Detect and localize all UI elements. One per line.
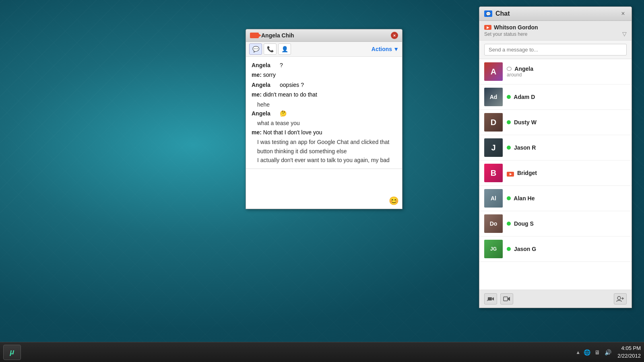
taskbar-start-button[interactable]: μ — [3, 345, 21, 360]
panel-bottom-icons — [484, 293, 513, 304]
contact-avatar-jasonr: J — [484, 138, 503, 157]
online-indicator — [507, 247, 511, 251]
chat-window-title: Angela Chih — [250, 32, 294, 39]
contact-info-jasong: Jason G — [507, 246, 627, 252]
message-text: 🤔 — [272, 110, 287, 117]
online-indicator — [507, 146, 511, 150]
panel-title-text: Chat — [495, 10, 510, 17]
chat-input[interactable] — [248, 171, 400, 204]
message-sender: Angela — [252, 110, 270, 117]
contact-info-bridget: ▶ Bridget — [507, 170, 627, 177]
online-indicator — [507, 95, 511, 99]
contact-avatar-doug: Do — [484, 214, 503, 233]
online-indicator — [507, 120, 511, 124]
online-indicator — [507, 196, 511, 200]
contact-info-jasonr: Jason R — [507, 144, 627, 151]
contact-avatar-dusty: D — [484, 113, 503, 132]
clock-date: 2/22/2012 — [617, 352, 641, 360]
contact-item-doug[interactable]: Do Doug S — [479, 211, 632, 237]
tray-network-icon: 🌐 — [583, 348, 591, 356]
panel-user-section: ▶ Whitson Gordon ▽ — [479, 21, 632, 41]
contact-item-dusty[interactable]: D Dusty W — [479, 110, 632, 135]
taskbar: μ ▲ 🌐 🖥 🔊 4:05 PM 2/22/2012 — [0, 342, 644, 362]
panel-close-button[interactable]: × — [619, 10, 627, 17]
chat-toolbar: 💬 📞 👤 Actions ▼ — [246, 42, 402, 57]
taskbar-tray: ▲ 🌐 🖥 🔊 4:05 PM 2/22/2012 — [576, 345, 641, 359]
message-text: oopsies ? — [272, 82, 304, 88]
message-text: Not that I don't love you — [263, 129, 322, 136]
start-icon: μ — [10, 348, 14, 356]
emoji-button[interactable]: 😊 — [389, 196, 399, 206]
message-indent: hehe — [252, 100, 396, 109]
chat-toolbar-phone-button[interactable]: 📞 — [264, 43, 277, 55]
message-search-input[interactable] — [484, 44, 627, 56]
contact-avatar-adam: Ad — [484, 88, 503, 106]
contact-status: around — [507, 72, 627, 78]
taskbar-clock: 4:05 PM 2/22/2012 — [617, 345, 641, 359]
message-indent: what a tease you — [252, 119, 396, 128]
contacts-list: A Angela around Ad Adam D — [479, 59, 632, 290]
status-dropdown-arrow[interactable]: ▽ — [622, 31, 627, 37]
contact-item-alan[interactable]: Al Alan He — [479, 186, 632, 211]
svg-marker-1 — [492, 297, 494, 300]
contact-item-jasong[interactable]: JG Jason G — [479, 237, 632, 262]
contact-info-adam: Adam D — [507, 94, 627, 100]
chat-panel: 💬 Chat × ▶ Whitson Gordon ▽ A Angela — [479, 6, 632, 308]
message-sender: Angela — [252, 82, 270, 88]
panel-username: ▶ Whitson Gordon — [484, 24, 627, 31]
chat-window-contact-name: Angela Chih — [261, 32, 294, 39]
bottom-video-button[interactable] — [500, 293, 513, 304]
message-text: ? — [272, 62, 283, 68]
panel-video-icon: ▶ — [484, 25, 491, 30]
chat-messages-area: Angela ? me: sorry Angela oopsies ? me: … — [246, 57, 402, 169]
contact-info-alan: Alan He — [507, 195, 627, 202]
bottom-call-button[interactable] — [484, 293, 497, 304]
chat-toolbar-actions-button[interactable]: Actions ▼ — [372, 46, 399, 52]
svg-marker-4 — [508, 297, 510, 301]
tray-display-icon: 🖥 — [593, 348, 601, 356]
message-text: sorry — [263, 72, 276, 78]
svg-rect-0 — [488, 297, 492, 300]
message-sender: Angela — [252, 62, 270, 68]
status-bubble-icon — [507, 67, 512, 71]
panel-title: 💬 Chat — [484, 10, 510, 17]
message-sender-me: me: — [252, 72, 263, 78]
video-icon: ▶ — [507, 172, 514, 177]
contact-avatar-jasong: JG — [484, 240, 503, 258]
panel-bottom-bar — [479, 290, 632, 308]
tray-arrow[interactable]: ▲ — [576, 350, 580, 355]
status-row: ▽ — [484, 31, 627, 37]
contact-item-bridget[interactable]: B ▶ Bridget — [479, 160, 632, 186]
message-indent: I was testing an app for Google Chat and… — [252, 138, 396, 156]
bottom-add-contact-button[interactable] — [614, 293, 627, 304]
chat-window-close-button[interactable]: × — [391, 32, 398, 39]
angela-chat-window: Angela Chih × 💬 📞 👤 Actions ▼ Angela ? m… — [246, 29, 402, 209]
panel-search-section — [479, 41, 632, 59]
chat-toolbar-adduser-button[interactable]: 👤 — [278, 43, 291, 55]
message-line: me: didn't mean to do that — [252, 90, 396, 99]
message-line: Angela oopsies ? — [252, 80, 396, 89]
message-text: didn't mean to do that — [263, 91, 317, 98]
message-line: me: Not that I don't love you — [252, 128, 396, 137]
contact-item-angela[interactable]: A Angela around — [479, 59, 632, 84]
status-input[interactable] — [484, 31, 621, 37]
contact-item-adam[interactable]: Ad Adam D — [479, 84, 632, 110]
contact-item-jasonr[interactable]: J Jason R — [479, 135, 632, 160]
contact-avatar-bridget: B — [484, 164, 503, 182]
message-line: Angela 🤔 — [252, 109, 396, 118]
chat-toolbar-chat-button[interactable]: 💬 — [249, 43, 262, 55]
message-sender-me: me: — [252, 129, 263, 136]
chat-panel-icon: 💬 — [484, 10, 492, 17]
chat-window-titlebar: Angela Chih × — [246, 29, 402, 42]
video-call-icon — [250, 33, 259, 38]
message-line: me: sorry — [252, 70, 396, 79]
chat-input-area: 😊 — [246, 169, 402, 209]
svg-point-5 — [617, 296, 621, 300]
contact-info-doug: Doug S — [507, 220, 627, 227]
panel-titlebar: 💬 Chat × — [479, 7, 632, 21]
message-indent: I actually don't ever want to talk to yo… — [252, 156, 396, 165]
contact-info-dusty: Dusty W — [507, 119, 627, 125]
contact-avatar-angela: A — [484, 62, 503, 81]
tray-volume-icon: 🔊 — [604, 348, 612, 356]
svg-rect-3 — [504, 297, 508, 301]
